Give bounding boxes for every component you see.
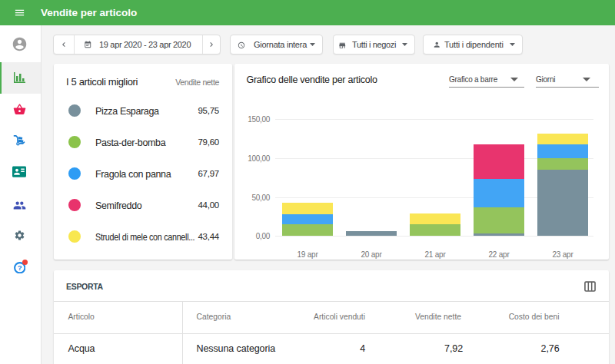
svg-text:?: ? <box>17 263 22 272</box>
